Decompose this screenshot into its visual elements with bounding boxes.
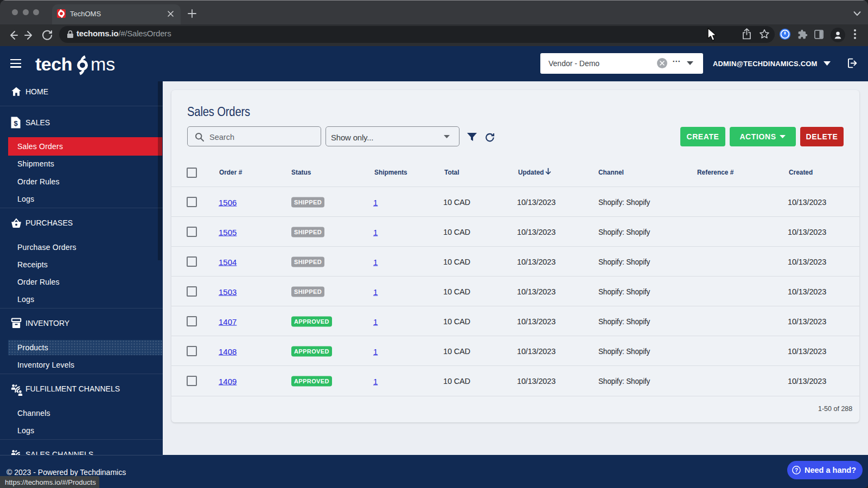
- svg-text:$: $: [14, 119, 18, 127]
- svg-text:?: ?: [795, 467, 798, 473]
